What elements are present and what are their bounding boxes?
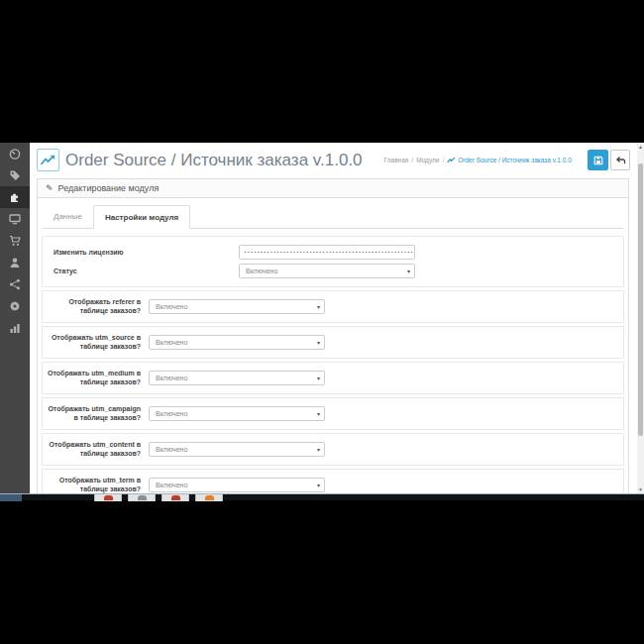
license-status-group: Изменить лицензию ······················… [42, 236, 624, 287]
dashboard-icon [9, 148, 21, 160]
sidebar-item-marketing[interactable] [0, 273, 30, 295]
desktop-background: Order Source / Источник заказа v.1.0.0 Г… [0, 0, 644, 644]
option-select[interactable]: Включено ▾ [149, 442, 325, 457]
admin-sidebar [0, 143, 30, 493]
option-label: Отображать utm_source в таблице заказов? [45, 334, 141, 351]
line-chart-icon [447, 157, 456, 163]
taskbar-button[interactable] [195, 494, 223, 501]
chevron-down-icon: ▾ [317, 339, 320, 346]
bar-chart-icon [9, 322, 21, 334]
scrollbar-up-arrow[interactable]: ▲ [637, 143, 644, 151]
option-select[interactable]: Включено ▾ [149, 478, 325, 492]
panel-heading: ✎ Редактирование модуля [38, 179, 628, 198]
status-select[interactable]: Включено ▾ [239, 264, 415, 278]
main-content: Order Source / Источник заказа v.1.0.0 Г… [30, 143, 637, 493]
option-label: Отображать utm_medium в таблице заказов? [45, 370, 141, 386]
option-select-value: Включено [150, 300, 324, 313]
back-button[interactable] [610, 150, 630, 170]
option-select[interactable]: Включено ▾ [149, 335, 325, 350]
vertical-scrollbar[interactable]: ▲ ▼ [637, 143, 644, 493]
breadcrumb-separator: / [442, 157, 444, 163]
line-chart-icon [40, 154, 56, 166]
user-icon [9, 257, 21, 268]
sidebar-item-reports[interactable] [0, 317, 30, 339]
chevron-down-icon: ▾ [317, 303, 320, 310]
option-select-value: Включено [150, 372, 324, 384]
option-label: Отображать utm_content в таблице заказов… [45, 441, 141, 458]
taskbar-sliver [0, 493, 644, 500]
browser-viewport: Order Source / Источник заказа v.1.0.0 Г… [0, 143, 644, 493]
floppy-save-icon [593, 156, 603, 165]
header-buttons [588, 150, 630, 170]
license-input[interactable]: ········································… [239, 245, 415, 260]
chevron-down-icon: ▾ [407, 268, 410, 274]
monitor-icon [9, 213, 21, 225]
page-header: Order Source / Источник заказа v.1.0.0 Г… [37, 146, 630, 174]
option-row: Отображать utm_term в таблице заказов? В… [42, 469, 624, 493]
option-row: Отображать utm_medium в таблице заказов?… [42, 362, 624, 394]
option-label: Отображать utm_campaign в таблице заказо… [45, 405, 141, 422]
option-row: Отображать utm_source в таблице заказов?… [42, 326, 624, 359]
edit-module-panel: ✎ Редактирование модуля Данные Настройки… [37, 178, 629, 493]
chevron-down-icon: ▾ [317, 375, 320, 381]
option-select-value: Включено [150, 407, 324, 420]
license-label: Изменить лицензию [51, 245, 239, 260]
chevron-down-icon: ▾ [317, 410, 320, 417]
option-select[interactable]: Включено ▾ [149, 406, 325, 421]
option-row: Отображать referer в таблице заказов? Вк… [42, 290, 624, 323]
option-select[interactable]: Включено ▾ [149, 299, 325, 314]
share-icon [9, 278, 21, 290]
gear-icon [9, 300, 21, 312]
option-select-value: Включено [150, 479, 324, 491]
breadcrumb-separator: / [411, 157, 413, 163]
taskbar-start-fragment[interactable] [0, 494, 22, 501]
scrollbar-down-arrow[interactable]: ▼ [637, 485, 644, 493]
breadcrumb: Главная / Модули / Order Source / Источн… [384, 157, 572, 163]
status-label: Статус [51, 264, 239, 278]
option-select[interactable]: Включено ▾ [149, 371, 325, 385]
breadcrumb-current-label: Order Source / Источник заказа v.1.0.0 [458, 157, 572, 163]
module-logo [37, 149, 59, 171]
option-label: Отображать referer в таблице заказов? [45, 298, 141, 315]
breadcrumb-modules[interactable]: Модули [416, 157, 439, 163]
taskbar-button[interactable] [128, 494, 156, 501]
sidebar-item-dashboard[interactable] [0, 143, 30, 164]
chevron-down-icon: ▾ [317, 446, 320, 453]
option-select-value: Включено [150, 443, 324, 456]
breadcrumb-current[interactable]: Order Source / Источник заказа v.1.0.0 [447, 157, 572, 163]
form-row-license: Изменить лицензию ······················… [51, 245, 615, 260]
form-row-status: Статус Включено ▾ [51, 264, 615, 278]
chevron-down-icon: ▾ [317, 482, 320, 488]
sidebar-item-system[interactable] [0, 295, 30, 317]
taskbar-button[interactable] [161, 494, 189, 501]
tab-data[interactable]: Данные [43, 205, 93, 228]
sidebar-item-sales[interactable] [0, 230, 30, 252]
panel-title: Редактирование модуля [58, 183, 160, 193]
option-row: Отображать utm_content в таблице заказов… [42, 433, 624, 466]
breadcrumb-home[interactable]: Главная [384, 157, 409, 163]
panel-body: Данные Настройки модуля Изменить лицензи… [38, 198, 628, 493]
sidebar-item-extensions[interactable] [0, 186, 30, 208]
option-rows: Отображать referer в таблице заказов? Вк… [42, 290, 624, 493]
tab-pane-settings: Изменить лицензию ······················… [42, 236, 624, 493]
scrollbar-thumb[interactable] [638, 163, 643, 436]
sidebar-item-catalog[interactable] [0, 164, 30, 186]
puzzle-icon [9, 191, 21, 203]
status-select-value: Включено [240, 265, 414, 277]
tag-icon [9, 169, 21, 181]
option-label: Отображать utm_term в таблице заказов? [45, 477, 141, 493]
tab-bar: Данные Настройки модуля [43, 205, 624, 229]
option-row: Отображать utm_campaign в таблице заказо… [42, 397, 624, 430]
license-masked-value: ········································… [240, 246, 414, 258]
pencil-icon: ✎ [46, 183, 54, 193]
sidebar-item-design[interactable] [0, 208, 30, 230]
tab-module-settings[interactable]: Настройки модуля [93, 205, 190, 229]
cart-icon [9, 235, 21, 247]
reply-arrow-icon [615, 156, 626, 165]
save-button[interactable] [588, 150, 608, 170]
taskbar-button[interactable] [94, 494, 122, 501]
page-title: Order Source / Источник заказа v.1.0.0 [65, 151, 363, 170]
option-select-value: Включено [150, 336, 324, 349]
sidebar-item-customers[interactable] [0, 252, 30, 273]
